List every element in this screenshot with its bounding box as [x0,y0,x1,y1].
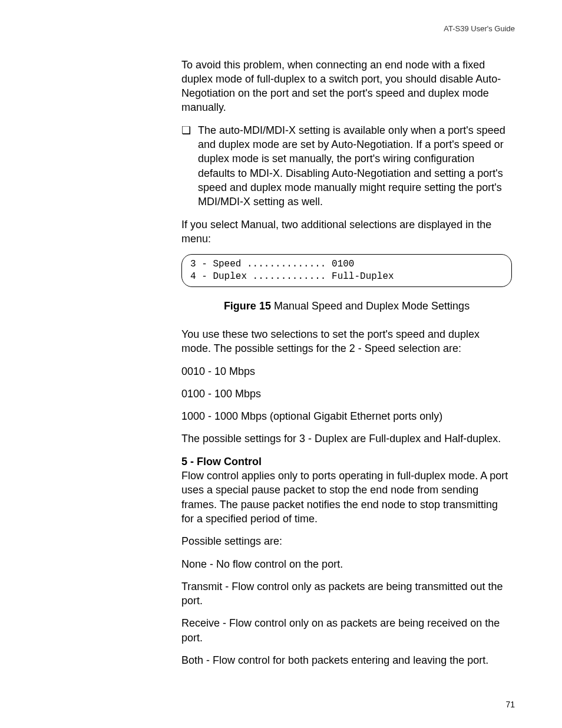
menu-code-box: 3 - Speed .............. 0100 4 - Duplex… [181,254,512,287]
flow-control-none: None - No flow control on the port. [181,557,512,571]
flow-control-transmit: Transmit - Flow control only as packets … [181,579,512,608]
paragraph-settings-label: Possible settings are: [181,534,512,548]
content-area: To avoid this problem, when connecting a… [181,58,512,668]
heading-flow-control: 5 - Flow Control [181,454,512,469]
bullet-item: ❏ The auto-MDI/MDI-X setting is availabl… [181,123,512,209]
figure-caption: Figure 15 Manual Speed and Duplex Mode S… [181,299,512,313]
speed-option-10: 0010 - 10 Mbps [181,364,512,378]
page-number: 71 [505,699,515,710]
speed-option-1000: 1000 - 1000 Mbps (optional Gigabit Ether… [181,409,512,423]
paragraph-duplex-options: The possible settings for 3 - Duplex are… [181,431,512,446]
bullet-text: The auto-MDI/MDI-X setting is available … [198,123,512,209]
figure-caption-text: Manual Speed and Duplex Mode Settings [271,300,470,312]
square-bullet-icon: ❏ [181,123,191,209]
speed-option-100: 0100 - 100 Mbps [181,387,512,401]
flow-control-both: Both - Flow control for both packets ent… [181,653,512,667]
flow-control-receive: Receive - Flow control only on as packet… [181,616,512,645]
paragraph-speed-intro: You use these two selections to set the … [181,327,512,356]
header-doc-title: AT-S39 User's Guide [47,24,515,34]
figure-label: Figure 15 [224,300,271,312]
paragraph-flow-control-desc: Flow control applies only to ports opera… [181,469,512,526]
paragraph-manual-intro: If you select Manual, two additional sel… [181,218,512,246]
paragraph-intro: To avoid this problem, when connecting a… [181,58,512,115]
